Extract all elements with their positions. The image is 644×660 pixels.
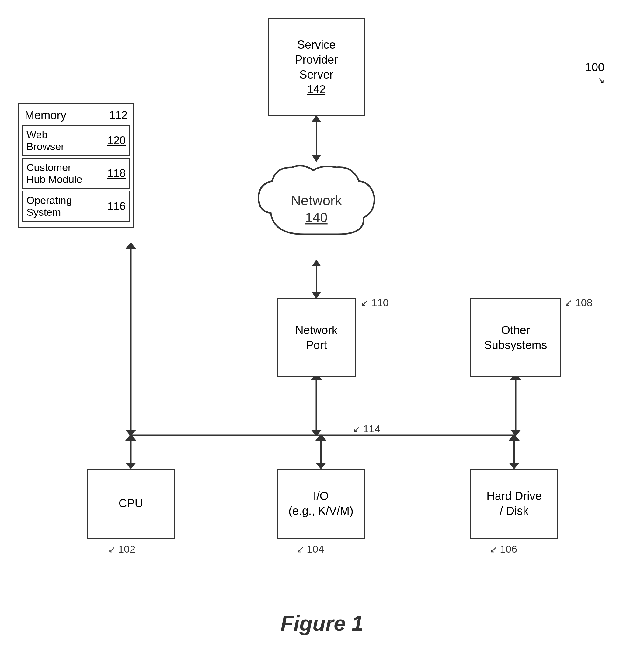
server-box: Service Provider Server 142: [268, 18, 365, 116]
io-ref-arrow: ↙: [297, 544, 307, 554]
io-ref-label: ↙ 104: [297, 543, 324, 555]
network-cloud: Network 140: [249, 161, 383, 259]
other-subsystems-ref-label: ↙ 108: [564, 297, 593, 309]
svg-marker-8: [312, 155, 321, 162]
memory-item-customer-hub: Customer Hub Module 118: [22, 158, 130, 189]
svg-marker-17: [125, 462, 136, 469]
memory-item-os: Operating System 116: [22, 191, 130, 222]
svg-marker-23: [509, 462, 520, 469]
svg-marker-18: [125, 434, 136, 440]
harddrive-ref-label: ↙ 106: [490, 543, 517, 555]
svg-text:Network: Network: [291, 192, 343, 208]
io-box: I/O (e.g., K/V/M): [277, 469, 365, 539]
network-port-ref-arrow: ↙: [361, 297, 371, 308]
bus-ref-label: ↙ 114: [353, 423, 380, 435]
web-browser-label: Web Browser: [26, 129, 65, 153]
svg-marker-11: [312, 292, 321, 299]
customer-hub-label: Customer Hub Module: [26, 162, 82, 185]
server-label: Service Provider Server: [295, 38, 338, 83]
harddrive-label: Hard Drive / Disk: [486, 489, 542, 519]
cpu-ref-arrow: ↙: [108, 544, 118, 554]
svg-marker-26: [125, 430, 136, 436]
memory-label: Memory: [25, 109, 66, 122]
cpu-ref-label: ↙ 102: [108, 543, 135, 555]
other-subsystems-label: Other Subsystems: [484, 323, 547, 353]
harddrive-box: Hard Drive / Disk: [470, 469, 558, 539]
other-sub-arrow: ↙: [564, 297, 575, 308]
web-browser-ref: 120: [107, 134, 125, 147]
io-label: I/O (e.g., K/V/M): [289, 489, 353, 519]
svg-marker-30: [311, 430, 322, 436]
svg-marker-25: [125, 242, 136, 249]
svg-marker-21: [316, 434, 326, 440]
diagram-ref-100: 100 ↘: [585, 61, 604, 85]
figure-caption: Figure 1: [280, 611, 363, 636]
bus-ref-arrow: ↙: [353, 424, 363, 434]
network-port-box: Network Port: [277, 298, 356, 377]
svg-marker-28: [510, 430, 521, 436]
memory-item-web-browser: Web Browser 120: [22, 125, 130, 156]
diagram-container: Service Provider Server 142 Network 140 …: [0, 0, 644, 660]
network-port-label: Network Port: [295, 323, 337, 353]
customer-hub-ref: 118: [107, 167, 125, 180]
network-port-ref-label: ↙ 110: [361, 297, 389, 309]
os-label: Operating System: [26, 195, 72, 218]
cpu-box: CPU: [87, 469, 175, 539]
cpu-label: CPU: [119, 496, 143, 511]
svg-marker-20: [316, 462, 326, 469]
server-ref: 142: [307, 83, 325, 97]
memory-title-row: Memory 112: [22, 108, 130, 125]
svg-marker-24: [509, 434, 520, 440]
other-subsystems-box: Other Subsystems: [470, 298, 561, 377]
svg-text:140: 140: [305, 210, 327, 225]
memory-ref: 112: [109, 109, 128, 122]
svg-marker-7: [312, 115, 321, 122]
os-ref: 116: [107, 200, 125, 213]
svg-marker-10: [312, 259, 321, 266]
memory-box: Memory 112 Web Browser 120 Customer Hub …: [18, 104, 134, 228]
harddrive-ref-arrow: ↙: [490, 544, 500, 554]
